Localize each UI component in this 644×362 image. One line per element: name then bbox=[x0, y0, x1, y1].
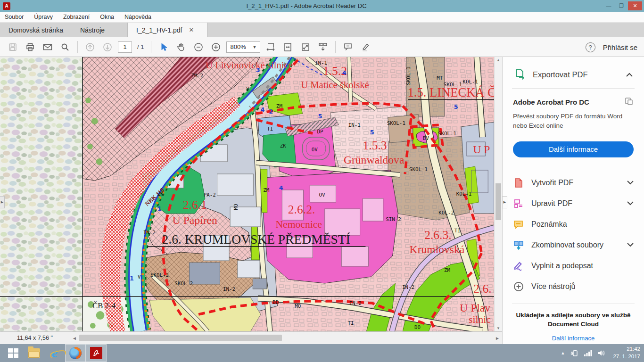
tab-close-icon[interactable]: ✕ bbox=[189, 26, 194, 33]
vertical-scrollbar[interactable]: ▲ ▼ bbox=[494, 57, 502, 331]
menu-soubor[interactable]: Soubor bbox=[5, 14, 24, 20]
zoom-out-icon[interactable] bbox=[191, 40, 206, 54]
comment-icon[interactable] bbox=[341, 40, 355, 54]
map-label: 4 bbox=[342, 69, 347, 76]
acrobat-button[interactable] bbox=[86, 344, 107, 362]
map-label: SKOL-1 bbox=[444, 82, 462, 88]
comment-bubble-icon bbox=[513, 219, 524, 230]
acrobat-promo: Adobe Acrobat Pro DC Převést soubory PDF… bbox=[512, 89, 635, 169]
power-icon[interactable] bbox=[570, 349, 578, 357]
tab-tools[interactable]: Nástroje bbox=[72, 23, 113, 37]
close-button[interactable]: ✕ bbox=[628, 1, 642, 10]
map-label: SKOL-1 bbox=[438, 131, 456, 137]
scroll-left-icon[interactable]: ◄ bbox=[70, 336, 79, 341]
horizontal-scrollbar[interactable]: ◄ ► bbox=[70, 332, 502, 344]
fill-sign-pen-icon bbox=[513, 260, 524, 272]
document-viewport[interactable]: U Litvínovické silnice1.5.2U Matice škol… bbox=[0, 57, 502, 344]
main-toolbar: / 1 800% ▼ ? Přihlásit se bbox=[0, 37, 644, 57]
map-label: IN-2 bbox=[143, 230, 156, 236]
acrobat-window-icon: A bbox=[3, 2, 10, 10]
save-icon[interactable] bbox=[6, 40, 20, 54]
file-explorer-button[interactable] bbox=[24, 344, 44, 362]
zoom-level-select[interactable]: 800% ▼ bbox=[226, 41, 260, 53]
menu-upravy[interactable]: Úpravy bbox=[34, 14, 53, 20]
vertical-scroll-thumb[interactable] bbox=[495, 183, 501, 220]
tool-more-tools[interactable]: Více nástrojů bbox=[513, 276, 634, 297]
aerial-photo-region bbox=[0, 57, 83, 331]
menu-napoveda[interactable]: Nápověda bbox=[124, 14, 151, 20]
map-label: TI bbox=[267, 126, 273, 132]
tab-home[interactable]: Domovská stránka bbox=[0, 23, 72, 37]
export-pdf-icon bbox=[514, 68, 526, 81]
tab-document-label: I_2_1_HV-1.pdf bbox=[136, 26, 182, 34]
restore-button[interactable]: ❐ bbox=[615, 1, 627, 10]
firefox-button[interactable] bbox=[65, 344, 86, 362]
ie-icon: e bbox=[52, 347, 58, 360]
map-label: 2.6.3. bbox=[424, 228, 452, 242]
start-button[interactable] bbox=[3, 344, 24, 362]
promo-more-info-button[interactable]: Další informace bbox=[513, 141, 634, 157]
map-label: IN-2 bbox=[223, 286, 235, 292]
volume-icon[interactable] bbox=[597, 349, 606, 357]
map-label: DO bbox=[414, 324, 421, 330]
map-label: U Plav bbox=[460, 302, 490, 314]
tab-document[interactable]: I_2_1_HV-1.pdf ✕ bbox=[127, 23, 207, 37]
scroll-right-icon[interactable]: ► bbox=[493, 336, 502, 341]
windows-taskbar: e ▲ 21:42 27. 1. 2017 bbox=[0, 344, 644, 362]
clock-date: 27. 1. 2017 bbox=[613, 353, 640, 361]
select-tool-icon[interactable] bbox=[157, 40, 171, 54]
internet-explorer-button[interactable]: e bbox=[44, 344, 65, 362]
window-titlebar: A I_2_1_HV-1.pdf - Adobe Acrobat Reader … bbox=[0, 0, 644, 12]
horizontal-scroll-thumb[interactable] bbox=[79, 335, 282, 341]
map-label: MO bbox=[295, 303, 301, 309]
chevron-up-icon bbox=[626, 73, 633, 77]
chevron-down-icon bbox=[627, 201, 634, 206]
show-hidden-icons[interactable]: ▲ bbox=[561, 351, 565, 355]
menu-zobrazeni[interactable]: Zobrazení bbox=[63, 14, 90, 20]
taskbar-clock[interactable]: 21:42 27. 1. 2017 bbox=[613, 346, 640, 360]
scroll-up-icon[interactable]: ▲ bbox=[496, 58, 500, 62]
navigation-pane-handle[interactable]: ▶ bbox=[0, 196, 5, 208]
edit-pdf-icon bbox=[513, 198, 524, 209]
map-label: KOL-1 bbox=[456, 191, 472, 197]
footer-more-info-link[interactable]: Další informace bbox=[552, 335, 594, 342]
toolbar-presets-icon[interactable] bbox=[316, 40, 330, 54]
network-signal-icon[interactable] bbox=[584, 350, 592, 356]
minimize-button[interactable]: — bbox=[603, 1, 615, 10]
sign-in-button[interactable]: Přihlásit se bbox=[603, 43, 637, 51]
promo-title: Adobe Acrobat Pro DC bbox=[513, 98, 634, 106]
highlighter-icon[interactable] bbox=[358, 40, 372, 54]
map-label: 1 bbox=[157, 205, 162, 212]
tool-create-pdf[interactable]: Vytvořit PDF bbox=[513, 173, 634, 193]
map-label: KOL-2 bbox=[438, 210, 454, 216]
page-number-input[interactable] bbox=[118, 41, 132, 53]
map-label: SKOL-2 bbox=[150, 272, 169, 278]
hand-tool-icon[interactable] bbox=[174, 40, 188, 54]
next-page-icon[interactable] bbox=[100, 40, 115, 54]
fit-page-icon[interactable] bbox=[281, 40, 295, 54]
previous-page-icon[interactable] bbox=[83, 40, 97, 54]
map-label: U Matice školské bbox=[301, 79, 369, 90]
map-label: ZM bbox=[444, 267, 450, 273]
document-cloud-footer: Ukládejte a sdílejte soubory ve službě D… bbox=[512, 304, 635, 342]
map-label: SKOL-1 bbox=[387, 120, 405, 126]
email-icon[interactable] bbox=[41, 40, 55, 54]
tool-edit-pdf[interactable]: Upravit PDF bbox=[513, 193, 634, 214]
search-icon[interactable] bbox=[58, 40, 72, 54]
map-label: DP bbox=[317, 129, 323, 135]
windows-logo-icon bbox=[8, 348, 18, 358]
tool-fill-sign[interactable]: Vyplnit a podepsat bbox=[513, 255, 634, 276]
panel-collapse-handle[interactable]: ▶ bbox=[502, 196, 507, 208]
map-label: 2.6.2. bbox=[288, 203, 315, 216]
zoom-in-icon[interactable] bbox=[209, 40, 223, 54]
help-icon[interactable]: ? bbox=[586, 42, 595, 52]
tool-comment[interactable]: Poznámka bbox=[513, 214, 634, 235]
export-pdf-section[interactable]: Exportovat PDF bbox=[512, 57, 635, 88]
scroll-down-icon[interactable]: ▼ bbox=[496, 326, 500, 330]
fit-width-icon[interactable] bbox=[264, 40, 278, 54]
tool-combine-files[interactable]: Zkombinovat soubory bbox=[513, 235, 634, 255]
print-icon[interactable] bbox=[23, 40, 37, 54]
fullscreen-icon[interactable] bbox=[298, 40, 313, 54]
menu-okna[interactable]: Okna bbox=[100, 14, 114, 20]
map-label: BV bbox=[423, 135, 429, 141]
